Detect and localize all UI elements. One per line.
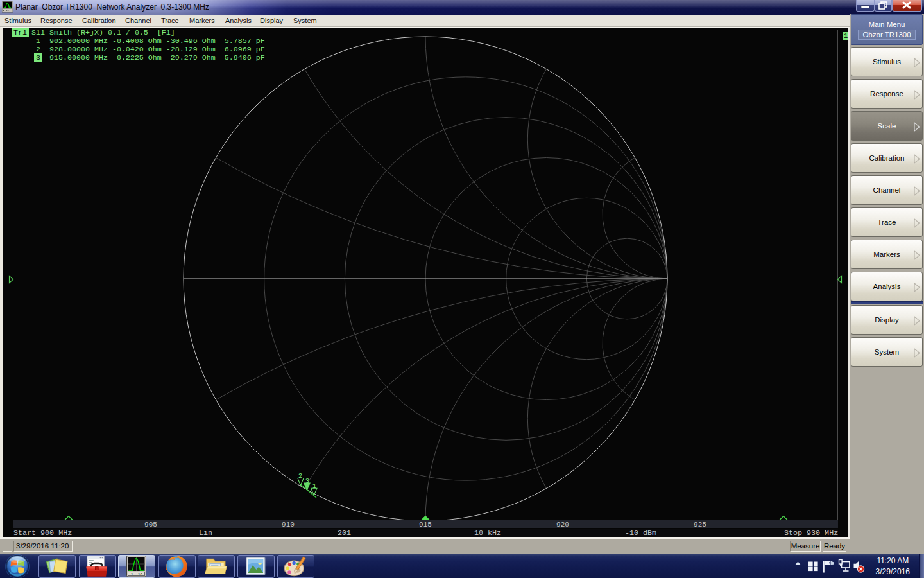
svg-text:1: 1 — [312, 483, 316, 490]
svg-text:2: 2 — [298, 473, 302, 480]
svg-text:3: 3 — [305, 478, 309, 485]
svg-text:1: 1 — [131, 572, 133, 576]
svg-text:10: 10 — [138, 572, 142, 576]
